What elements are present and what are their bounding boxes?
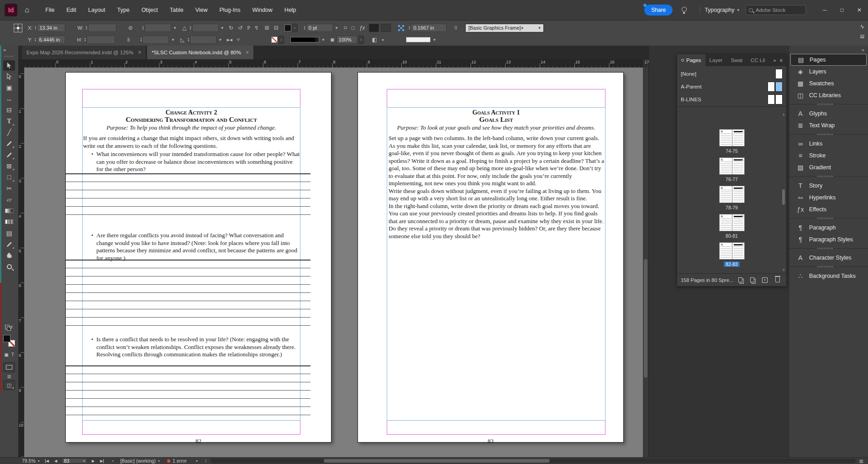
selection-tool[interactable] bbox=[3, 60, 15, 71]
rectangle-tool[interactable]: □ bbox=[3, 172, 15, 182]
scale-x-field[interactable] bbox=[145, 24, 171, 32]
dock-item-character-styles[interactable]: ACharacter Styles bbox=[789, 252, 868, 264]
frame-grid-icon[interactable]: ⠿ bbox=[454, 26, 458, 31]
document-page-82[interactable]: Change Activity 2 Considering Transforma… bbox=[65, 72, 331, 443]
dock-item-layers[interactable]: ◈Layers bbox=[789, 66, 868, 78]
close-icon[interactable]: × bbox=[138, 49, 141, 56]
dock-item-cc-libraries[interactable]: ◫CC Libraries bbox=[789, 89, 868, 101]
preflight-dropdown-icon[interactable]: ▾ bbox=[158, 459, 160, 463]
master-page-row-a-parent[interactable]: A-Parent bbox=[677, 81, 786, 93]
zoom-level-value[interactable]: 79.5% bbox=[22, 458, 36, 464]
error-count-label[interactable]: 1 error bbox=[173, 458, 187, 464]
document-tab[interactable]: *SLSC Custom Notebook.indd @ 80%× bbox=[147, 46, 254, 59]
scale-y-field[interactable] bbox=[142, 36, 169, 44]
rotation-stepper[interactable]: ▴▾ bbox=[190, 26, 191, 30]
quick-apply-icon[interactable]: ϟ bbox=[861, 23, 864, 30]
dock-item-text-wrap[interactable]: ≣Text Wrap bbox=[789, 120, 868, 131]
free-transform-tool[interactable]: ▱ bbox=[3, 194, 15, 205]
shear-stepper[interactable]: ▴▾ bbox=[188, 37, 189, 42]
corner-shape-icon[interactable]: □ bbox=[351, 25, 354, 31]
spread-thumbnail-80-81[interactable]: AA bbox=[719, 214, 745, 231]
corner-options-icon[interactable]: ⌑ bbox=[344, 25, 347, 31]
page-number-field[interactable]: 83 ▾ bbox=[62, 458, 87, 464]
learn-lightbulb-icon[interactable] bbox=[682, 7, 687, 12]
adobe-stock-search[interactable]: Adobe Stock bbox=[746, 5, 806, 15]
dock-item-effects[interactable]: ƒxEffects bbox=[789, 203, 868, 215]
scale-x-stepper[interactable]: ▴▾ bbox=[142, 26, 144, 30]
share-button[interactable]: Share bbox=[644, 5, 673, 16]
constrain-link-icon[interactable]: ∞ bbox=[126, 38, 132, 42]
spread-label[interactable]: 76-77 bbox=[677, 177, 786, 182]
preflight-profile-value[interactable]: [Basic] (working) bbox=[120, 458, 156, 464]
document-tab[interactable]: Expo Map 2026 Recommended.indd @ 125%× bbox=[22, 46, 146, 59]
menu-type[interactable]: Type bbox=[111, 4, 136, 16]
spread-thumbnail-74-75[interactable]: AA bbox=[719, 129, 745, 146]
effects-fx-icon[interactable]: ƒx bbox=[359, 25, 365, 31]
text-wrap-around-button[interactable] bbox=[381, 24, 391, 32]
gap-tool[interactable]: ↔ bbox=[3, 94, 15, 104]
create-new-spread-icon[interactable] bbox=[750, 277, 754, 282]
line-tool[interactable]: ╱ bbox=[3, 127, 15, 138]
zoom-dropdown-icon[interactable]: ▾ bbox=[38, 459, 40, 463]
direct-selection-tool[interactable] bbox=[3, 71, 15, 82]
menu-help[interactable]: Help bbox=[279, 4, 302, 16]
scroll-left-icon[interactable]: ⟨ bbox=[205, 459, 207, 463]
eyedropper-tool[interactable] bbox=[3, 239, 15, 250]
horizontal-scrollbar-thumb[interactable] bbox=[324, 459, 550, 463]
screen-mode-button[interactable]: ◫ bbox=[3, 380, 15, 390]
scroll-down-icon[interactable]: ∨ bbox=[782, 268, 785, 272]
edit-page-size-icon[interactable] bbox=[738, 277, 742, 282]
spread-label[interactable]: 74-75 bbox=[677, 148, 786, 154]
select-content-icon[interactable]: ⊟ bbox=[274, 25, 279, 31]
dock-item-links[interactable]: ∞Links bbox=[789, 138, 868, 150]
tab-pages[interactable]: Pages bbox=[677, 54, 705, 66]
dock-item-pages[interactable]: ▤Pages bbox=[790, 54, 867, 66]
hand-tool[interactable] bbox=[3, 250, 15, 261]
preview-mode-icon[interactable]: ▥ bbox=[0, 374, 18, 379]
vertical-scrollbar[interactable] bbox=[643, 68, 648, 457]
preflight-icon[interactable]: ◔ bbox=[111, 459, 114, 464]
stroke-weight-stepper[interactable]: ▴▾ bbox=[304, 26, 305, 30]
scroll-up-icon[interactable]: ∧ bbox=[782, 113, 785, 117]
constrain-dimensions-icon[interactable]: ⊘ bbox=[128, 25, 133, 31]
menu-file[interactable]: File bbox=[39, 4, 60, 16]
gradient-swatch-tool[interactable] bbox=[3, 205, 15, 216]
opacity-field[interactable]: 100% bbox=[337, 36, 358, 44]
rotation-angle-field[interactable] bbox=[192, 24, 219, 32]
collapse-panel-icon[interactable]: » bbox=[773, 57, 776, 63]
opacity-menu-button[interactable]: › bbox=[358, 36, 364, 44]
gradient-feather-tool[interactable] bbox=[3, 217, 15, 227]
formatting-affects-container-icon[interactable]: ▣ bbox=[4, 352, 8, 357]
menu-view[interactable]: View bbox=[189, 4, 214, 16]
scale-y-stepper[interactable]: ▴▾ bbox=[140, 37, 142, 42]
vertical-ruler[interactable]: 012345678910 bbox=[18, 68, 24, 457]
chevron-down-icon[interactable]: ▾ bbox=[219, 37, 221, 42]
vertical-scrollbar-thumb[interactable] bbox=[644, 259, 647, 378]
note-tool[interactable]: ▤ bbox=[3, 228, 15, 238]
spread-label[interactable]: 80-81 bbox=[677, 233, 786, 239]
chevron-down-icon[interactable]: ▾ bbox=[336, 26, 338, 30]
first-page-button[interactable]: ◀ bbox=[45, 459, 49, 463]
horizontal-scrollbar[interactable] bbox=[210, 459, 856, 463]
last-page-button[interactable]: ▶ bbox=[100, 459, 104, 463]
master-page-row-b-lines[interactable]: B-LINES bbox=[677, 94, 786, 105]
maximize-button[interactable]: □ bbox=[833, 3, 851, 17]
menu-object[interactable]: Object bbox=[136, 4, 164, 16]
tab-layers[interactable]: Layer bbox=[705, 54, 727, 66]
menu-window[interactable]: Window bbox=[246, 4, 278, 16]
pen-tool[interactable] bbox=[3, 138, 15, 149]
dock-item-glyphs[interactable]: AGlyphs bbox=[789, 108, 868, 120]
shear-angle-field[interactable] bbox=[190, 36, 216, 44]
spread-thumbnail-76-77[interactable]: AA bbox=[719, 157, 745, 175]
normal-view-button[interactable] bbox=[3, 362, 15, 372]
spread-label[interactable]: 78-79 bbox=[677, 205, 786, 210]
spread-thumbnail-82-83[interactable]: AA bbox=[719, 242, 745, 260]
workspace-switcher[interactable]: Typography ▾ bbox=[705, 7, 739, 13]
dock-item-paragraph-styles[interactable]: ¶Paragraph Styles bbox=[789, 234, 868, 245]
next-page-button[interactable]: ▶ bbox=[92, 459, 95, 463]
spread-label[interactable]: 82-83 bbox=[677, 261, 786, 267]
minimize-button[interactable]: ─ bbox=[816, 3, 833, 17]
menu-plug-ins[interactable]: Plug-Ins bbox=[214, 4, 247, 16]
h-stepper[interactable]: ▴▾ bbox=[84, 37, 86, 42]
y-stepper[interactable]: ▴▾ bbox=[35, 37, 36, 42]
